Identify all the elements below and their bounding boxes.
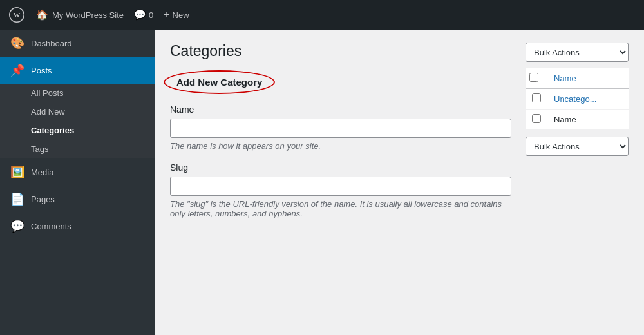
sidebar-dashboard-label: Dashboard: [31, 39, 72, 48]
dashboard-icon: 🎨: [10, 36, 24, 50]
sidebar-item-dashboard[interactable]: 🎨 Dashboard: [0, 30, 155, 57]
content-right: Bulk Actions Delete Name: [526, 43, 629, 322]
sidebar-item-posts[interactable]: 📌 Posts: [0, 57, 155, 84]
sidebar-comments-label: Comments: [31, 222, 71, 231]
table-header: Name: [526, 68, 629, 89]
uncategorized-link[interactable]: Uncatego...: [554, 94, 597, 104]
adminbar-new[interactable]: + New: [164, 9, 189, 21]
home-icon: 🏠: [36, 9, 48, 21]
categories-label: Categories: [31, 126, 74, 135]
adminbar-comments[interactable]: 💬 0: [134, 9, 153, 21]
sidebar-item-pages[interactable]: 📄 Pages: [0, 186, 155, 213]
adminbar-site[interactable]: 🏠 My WordPress Site: [36, 9, 124, 21]
sidebar-item-tags[interactable]: Tags: [0, 140, 155, 158]
posts-submenu: All Posts Add New Categories Tags: [0, 84, 155, 158]
name-hint: The name is how it appears on your site.: [170, 141, 511, 151]
table-body: Uncatego... Name: [526, 89, 629, 130]
row-2-checkbox[interactable]: [532, 114, 541, 123]
posts-icon: 📌: [10, 63, 24, 77]
select-all-checkbox[interactable]: [529, 73, 538, 82]
sidebar-item-comments[interactable]: 💬 Comments: [0, 213, 155, 240]
slug-input[interactable]: [170, 177, 511, 196]
pages-icon: 📄: [10, 192, 24, 206]
sidebar-item-all-posts[interactable]: All Posts: [0, 84, 155, 102]
add-new-section: Add New Category: [170, 73, 269, 91]
sidebar-item-add-new[interactable]: Add New: [0, 102, 155, 121]
add-new-label: Add New: [31, 107, 65, 117]
admin-bar: W 🏠 My WordPress Site 💬 0 + New: [0, 0, 644, 30]
bulk-actions-select-top[interactable]: Bulk Actions Delete: [526, 43, 629, 62]
sidebar-posts-label: Posts: [31, 66, 52, 75]
name-label: Name: [170, 104, 513, 115]
media-icon: 🖼️: [10, 165, 24, 179]
main-content: Categories Add New Category Name The nam…: [155, 30, 644, 335]
row-2-name: Name: [554, 115, 576, 124]
bulk-actions-bottom: Bulk Actions Delete: [526, 137, 629, 162]
adminbar-site-name: My WordPress Site: [52, 10, 124, 20]
name-input[interactable]: [170, 119, 511, 138]
page-title: Categories: [170, 43, 513, 60]
wp-logo[interactable]: W: [8, 6, 26, 24]
sidebar: 🎨 Dashboard 📌 Posts All Posts Add New Ca…: [0, 30, 155, 335]
table-row-2: Name: [526, 110, 629, 130]
add-new-heading[interactable]: Add New Category: [170, 73, 269, 91]
comments-count: 0: [149, 10, 153, 20]
all-posts-label: All Posts: [31, 88, 64, 98]
slug-hint: The "slug" is the URL-friendly version o…: [170, 199, 511, 218]
tags-label: Tags: [31, 144, 48, 154]
svg-text:W: W: [14, 12, 21, 19]
comments-sidebar-icon: 💬: [10, 219, 24, 233]
adminbar-new-label: New: [173, 10, 189, 20]
sidebar-pages-label: Pages: [31, 195, 55, 204]
content-left: Categories Add New Category Name The nam…: [170, 43, 513, 322]
name-field: Name The name is how it appears on your …: [170, 104, 513, 151]
categories-table: Name Uncatego...: [526, 68, 629, 130]
comment-icon: 💬: [134, 9, 146, 21]
row-checkbox[interactable]: [532, 93, 541, 102]
slug-label: Slug: [170, 162, 513, 173]
table-header-name[interactable]: Name: [554, 73, 576, 83]
slug-field: Slug The "slug" is the URL-friendly vers…: [170, 162, 513, 218]
table-row: Uncatego...: [526, 89, 629, 110]
plus-icon: +: [164, 9, 169, 21]
bulk-actions-select-bottom[interactable]: Bulk Actions Delete: [526, 137, 629, 156]
sidebar-item-media[interactable]: 🖼️ Media: [0, 158, 155, 186]
sidebar-item-categories[interactable]: Categories: [0, 121, 155, 140]
sidebar-media-label: Media: [31, 168, 53, 177]
